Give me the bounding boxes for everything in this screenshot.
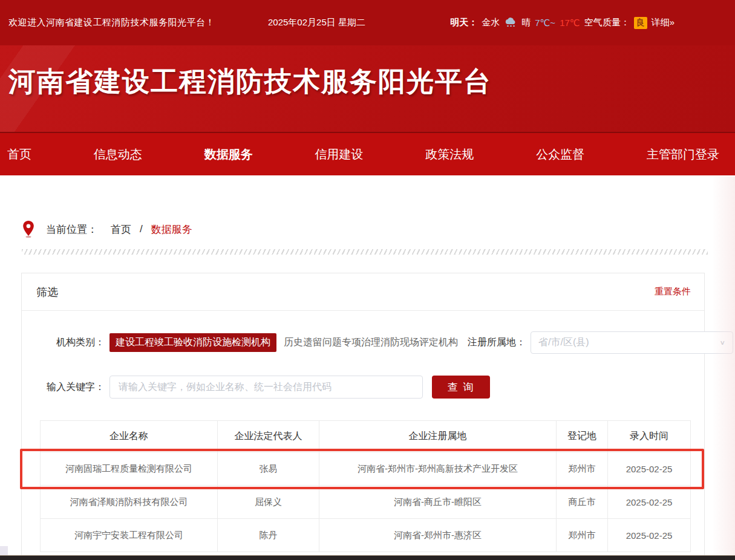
- nav-item-admin-login[interactable]: 主管部门登录: [647, 146, 719, 163]
- cell-registered-region: 河南省-郑州市-郑州高新技术产业开发区: [319, 452, 557, 486]
- keyword-label: 输入关键字：: [37, 381, 105, 394]
- results-table: 企业名称 企业法定代表人 企业注册属地 登记地 录入时间 河南固瑞工程质量检测有…: [40, 420, 691, 552]
- slash-divider: [22, 249, 708, 255]
- main-content: 当前位置： 首页 / 数据服务 筛选 重置条件 机构类别： 建设工程竣工验收消防…: [0, 175, 735, 560]
- category-label: 机构类别：: [37, 336, 105, 349]
- search-button[interactable]: 查 询: [432, 376, 490, 399]
- cell-company-name: 河南宇宁安装工程有限公司: [41, 519, 218, 552]
- region-select-placeholder: 省/市/区(县): [538, 336, 719, 349]
- keyword-filter-row: 输入关键字： 查 询: [37, 376, 689, 399]
- site-title: 河南省建设工程消防技术服务阳光平台: [8, 63, 735, 100]
- nav-item-credit[interactable]: 信用建设: [315, 146, 363, 163]
- site-header: 欢迎进入河南省建设工程消防技术服务阳光平台！ 2025年02月25日 星期二 明…: [0, 0, 735, 175]
- filter-panel-body: 机构类别： 建设工程竣工验收消防设施检测机构 历史遗留问题专项治理消防现场评定机…: [22, 331, 704, 552]
- air-quality-label: 空气质量：: [584, 17, 630, 28]
- cell-registered-region: 河南省-商丘市-睢阳区: [319, 486, 557, 519]
- cloud-icon: [504, 18, 517, 28]
- table-row[interactable]: 河南固瑞工程质量检测有限公司 张易 河南省-郑州市-郑州高新技术产业开发区 郑州…: [41, 452, 691, 486]
- nav-item-home[interactable]: 首页: [7, 146, 31, 163]
- temp-high: 17℃: [560, 18, 580, 28]
- col-header-registered-region: 企业注册属地: [319, 421, 557, 452]
- cell-registered-region: 河南省-郑州市-惠济区: [319, 519, 557, 552]
- category-option-unselected[interactable]: 历史遗留问题专项治理消防现场评定机构: [284, 336, 458, 349]
- keyword-input[interactable]: [109, 376, 423, 399]
- breadcrumb-current[interactable]: 数据服务: [151, 223, 192, 236]
- reset-filters-link[interactable]: 重置条件: [655, 286, 691, 298]
- region-label: 注册所属地：: [458, 336, 526, 349]
- date-text: 2025年02月25日 星期二: [268, 17, 365, 28]
- breadcrumb-label: 当前位置：: [46, 223, 97, 236]
- chevron-down-icon: ∨: [719, 339, 725, 347]
- cell-legal-rep: 屈保义: [218, 486, 319, 519]
- nav-item-news[interactable]: 信息动态: [94, 146, 142, 163]
- cell-registry-city: 商丘市: [557, 486, 608, 519]
- cell-entry-date: 2025-02-25: [608, 452, 691, 486]
- nav-item-policy[interactable]: 政策法规: [425, 146, 474, 163]
- cell-legal-rep: 陈丹: [218, 519, 319, 552]
- region-select[interactable]: 省/市/区(县) ∨: [531, 331, 733, 354]
- cell-entry-date: 2025-02-25: [608, 486, 691, 519]
- col-header-legal-rep: 企业法定代表人: [218, 421, 319, 452]
- table-row[interactable]: 河南宇宁安装工程有限公司 陈丹 河南省-郑州市-惠济区 郑州市 2025-02-…: [41, 519, 691, 552]
- col-header-entry-date: 录入时间: [608, 421, 691, 452]
- weather-widget: 明天： 金水 晴 7℃~ 17℃ 空气质量： 良 详细»: [450, 17, 675, 29]
- cell-legal-rep: 张易: [218, 452, 319, 486]
- cell-company-name: 河南省泽顺消防科技有限公司: [41, 486, 218, 519]
- welcome-text: 欢迎进入河南省建设工程消防技术服务阳光平台！: [8, 17, 215, 28]
- weather-condition: 晴: [521, 17, 531, 28]
- cell-company-name: 河南固瑞工程质量检测有限公司: [41, 452, 218, 486]
- location-pin-icon: [22, 220, 35, 238]
- filter-panel: 筛选 重置条件 机构类别： 建设工程竣工验收消防设施检测机构 历史遗留问题专项治…: [21, 273, 705, 560]
- cell-registry-city: 郑州市: [557, 519, 608, 552]
- weather-detail-link[interactable]: 详细»: [652, 17, 675, 28]
- region-filter-group: 注册所属地： 省/市/区(县) ∨: [458, 331, 733, 354]
- nav-item-supervision[interactable]: 公众监督: [536, 146, 584, 163]
- category-filter-row: 机构类别： 建设工程竣工验收消防设施检测机构 历史遗留问题专项治理消防现场评定机…: [37, 331, 689, 354]
- page: 欢迎进入河南省建设工程消防技术服务阳光平台！ 2025年02月25日 星期二 明…: [0, 0, 735, 560]
- breadcrumb-separator: /: [140, 223, 143, 235]
- weather-district: 金水: [482, 17, 500, 28]
- weather-label: 明天：: [450, 17, 477, 28]
- cell-registry-city: 郑州市: [557, 452, 608, 486]
- filter-panel-header: 筛选 重置条件: [22, 273, 704, 311]
- footer-top-bar: [0, 555, 735, 560]
- results-table-wrap: 企业名称 企业法定代表人 企业注册属地 登记地 录入时间 河南固瑞工程质量检测有…: [40, 420, 690, 552]
- breadcrumb-home-link[interactable]: 首页: [111, 223, 131, 236]
- banner: 河南省建设工程消防技术服务阳光平台: [0, 45, 735, 132]
- filter-title: 筛选: [36, 285, 58, 299]
- topbar: 欢迎进入河南省建设工程消防技术服务阳光平台！ 2025年02月25日 星期二 明…: [0, 0, 735, 45]
- breadcrumb: 当前位置： 首页 / 数据服务: [0, 175, 735, 238]
- temp-low: 7℃~: [535, 18, 555, 28]
- cell-entry-date: 2025-02-25: [608, 519, 691, 552]
- nav-item-data-service[interactable]: 数据服务: [204, 146, 253, 163]
- table-header-row: 企业名称 企业法定代表人 企业注册属地 登记地 录入时间: [41, 421, 691, 452]
- table-row[interactable]: 河南省泽顺消防科技有限公司 屈保义 河南省-商丘市-睢阳区 商丘市 2025-0…: [41, 486, 691, 519]
- col-header-registry-city: 登记地: [557, 421, 608, 452]
- category-option-selected[interactable]: 建设工程竣工验收消防设施检测机构: [109, 333, 276, 352]
- col-header-company: 企业名称: [41, 421, 218, 452]
- main-nav: 首页 信息动态 数据服务 信用建设 政策法规 公众监督 主管部门登录: [0, 132, 735, 175]
- air-quality-badge: 良: [634, 17, 647, 29]
